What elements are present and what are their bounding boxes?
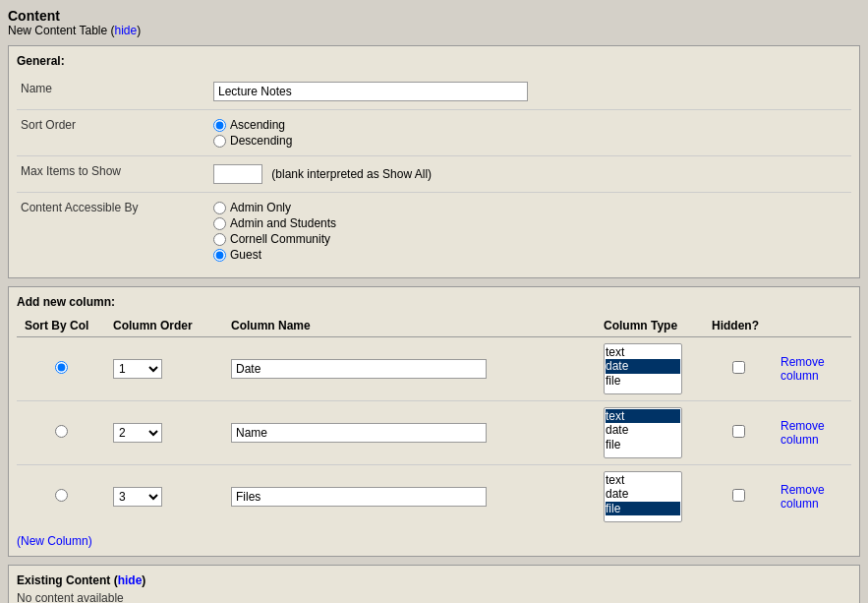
columns-header-row: Sort By Col Column Order Column Name Col…	[17, 315, 851, 337]
sort-ascending-label[interactable]: Ascending	[213, 118, 851, 132]
access-admin-only-radio[interactable]	[213, 202, 226, 214]
col-remove-3: Removecolumn	[773, 465, 851, 529]
remove-link-3[interactable]: Removecolumn	[781, 483, 825, 511]
new-column-link[interactable]: (New Column)	[17, 534, 92, 548]
sort-order-control: Ascending Descending	[213, 114, 851, 151]
col-type-select-1[interactable]: text date file	[604, 343, 682, 394]
col-order-2: 1 2 3	[105, 401, 223, 465]
sort-radio-2[interactable]	[55, 425, 68, 438]
th-column-type: Column Type	[596, 315, 704, 337]
col-order-select-3[interactable]: 1 2 3	[113, 487, 162, 507]
col-order-3: 1 2 3	[105, 465, 223, 529]
table-row: 1 2 3 text date file	[17, 401, 851, 465]
col-name-input-1[interactable]	[231, 359, 487, 379]
max-items-label: Max Items to Show	[17, 160, 213, 182]
col-order-select-1[interactable]: 1 2 3	[113, 359, 162, 379]
sort-descending-radio[interactable]	[213, 135, 226, 148]
access-control: Admin Only Admin and Students Cornell Co…	[213, 197, 851, 266]
access-admin-only-text: Admin Only	[230, 201, 291, 214]
max-items-row: Max Items to Show (blank interpreted as …	[17, 156, 851, 193]
hide-link[interactable]: hide	[115, 24, 138, 37]
access-radio-group: Admin Only Admin and Students Cornell Co…	[213, 201, 851, 262]
sort-radio-3[interactable]	[55, 489, 68, 502]
subtitle-row: New Content Table (hide)	[8, 24, 860, 37]
sort-order-row: Sort Order Ascending Descending	[17, 110, 851, 156]
sort-radio-1[interactable]	[55, 361, 68, 374]
col-remove-2: Removecolumn	[773, 401, 851, 465]
name-label: Name	[17, 78, 213, 99]
col-name-3	[223, 465, 596, 529]
sort-ascending-text: Ascending	[230, 118, 285, 132]
th-column-name: Column Name	[223, 315, 596, 337]
col-name-1	[223, 337, 596, 401]
col-name-input-2[interactable]	[231, 423, 487, 443]
table-row: 1 2 3 text date file	[17, 465, 851, 529]
col-type-select-2[interactable]: text date file	[604, 407, 682, 458]
general-header: General:	[17, 54, 851, 68]
sort-by-col-1	[17, 337, 105, 401]
th-column-order: Column Order	[105, 315, 223, 337]
page-wrapper: Content New Content Table (hide) General…	[0, 0, 868, 603]
subtitle-text: New Content Table	[8, 24, 107, 37]
sort-order-radio-group: Ascending Descending	[213, 118, 851, 148]
general-section: General: Name Sort Order Ascending Desc	[8, 45, 860, 278]
access-guest-text: Guest	[230, 248, 261, 262]
col-type-select-3[interactable]: text date file	[604, 471, 682, 522]
access-admin-only-label[interactable]: Admin Only	[213, 201, 851, 214]
col-hidden-checkbox-3[interactable]	[732, 489, 745, 502]
max-items-input[interactable]	[213, 164, 262, 184]
name-control	[213, 78, 851, 105]
existing-hide-link[interactable]: hide	[118, 573, 143, 587]
max-items-hint: (blank interpreted as Show All)	[271, 167, 432, 181]
col-hidden-3	[704, 465, 773, 529]
name-row: Name	[17, 74, 851, 110]
columns-section: Add new column: Sort By Col Column Order…	[8, 286, 860, 557]
title-text: Content	[8, 8, 860, 24]
remove-link-1[interactable]: Removecolumn	[781, 355, 825, 383]
access-cornell-text: Cornell Community	[230, 232, 330, 246]
access-admin-students-text: Admin and Students	[230, 216, 336, 230]
col-order-select-2[interactable]: 1 2 3	[113, 423, 162, 443]
sort-ascending-radio[interactable]	[213, 119, 226, 132]
access-label: Content Accessible By	[17, 197, 213, 218]
access-cornell-label[interactable]: Cornell Community	[213, 232, 851, 246]
col-type-2: text date file	[596, 401, 704, 465]
name-input[interactable]	[213, 82, 528, 101]
col-remove-1: Removecolumn	[773, 337, 851, 401]
remove-link-2[interactable]: Removecolumn	[781, 419, 825, 447]
existing-section: Existing Content (hide) No content avail…	[8, 565, 860, 603]
access-cornell-radio[interactable]	[213, 233, 226, 246]
sort-descending-label[interactable]: Descending	[213, 134, 851, 148]
max-items-control: (blank interpreted as Show All)	[213, 160, 851, 188]
sort-order-label: Sort Order	[17, 114, 213, 136]
col-hidden-1	[704, 337, 773, 401]
table-row: 1 2 3 text date file	[17, 337, 851, 401]
col-hidden-checkbox-2[interactable]	[732, 425, 745, 438]
col-type-3: text date file	[596, 465, 704, 529]
access-admin-students-radio[interactable]	[213, 217, 226, 230]
sort-by-col-3	[17, 465, 105, 529]
add-column-header: Add new column:	[17, 295, 851, 309]
sort-by-col-2	[17, 401, 105, 465]
columns-table: Sort By Col Column Order Column Name Col…	[17, 315, 851, 528]
col-name-input-3[interactable]	[231, 487, 487, 507]
col-type-1: text date file	[596, 337, 704, 401]
col-hidden-2	[704, 401, 773, 465]
access-guest-label[interactable]: Guest	[213, 248, 851, 262]
access-admin-students-label[interactable]: Admin and Students	[213, 216, 851, 230]
access-guest-radio[interactable]	[213, 249, 226, 262]
col-hidden-checkbox-1[interactable]	[732, 361, 745, 374]
th-sort-by-col: Sort By Col	[17, 315, 105, 337]
sort-descending-text: Descending	[230, 134, 292, 148]
col-order-1: 1 2 3	[105, 337, 223, 401]
existing-header: Existing Content (hide)	[17, 573, 851, 587]
access-row: Content Accessible By Admin Only Admin a…	[17, 193, 851, 270]
col-name-2	[223, 401, 596, 465]
no-content-text: No content available	[17, 591, 851, 603]
page-title: Content New Content Table (hide)	[8, 8, 860, 37]
existing-label: Existing Content	[17, 573, 110, 587]
th-hidden: Hidden?	[704, 315, 773, 337]
th-remove	[773, 315, 851, 337]
